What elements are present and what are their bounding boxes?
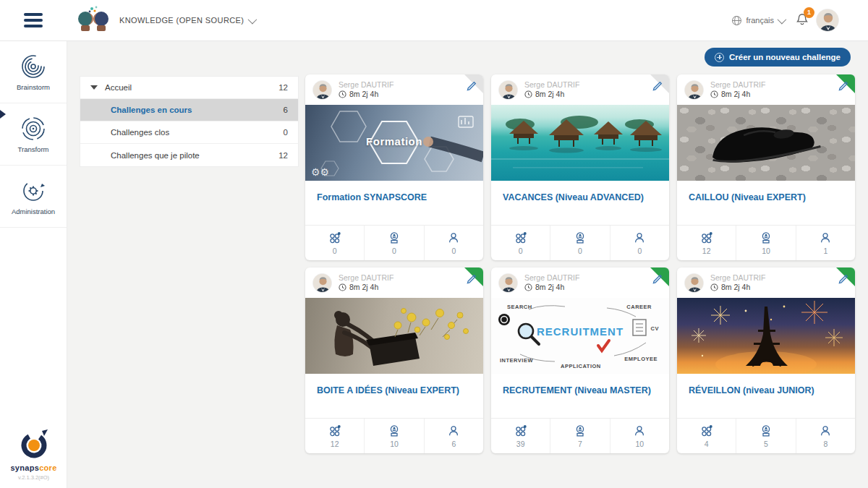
card-title[interactable]: RÉVEILLON (niveau JUNIOR) [677,374,855,419]
challenge-card[interactable]: Serge DAUTRIF 8m 2j 4h [677,267,855,453]
award-icon [759,424,773,438]
card-author: Serge DAUTRIF [710,80,765,90]
create-challenge-button[interactable]: Créer un nouveau challenge [705,48,851,67]
top-header: KNOWLEDGE (OPEN SOURCE) français 1 [0,0,868,41]
filter-count: 6 [284,106,288,114]
card-author: Serge DAUTRIF [524,273,579,283]
knowledge-logo [75,4,112,36]
stat-awards: 10 [365,419,424,453]
sidebar-item-label: Administration [12,207,55,215]
card-title[interactable]: BOITE A IDÉES (Niveau EXPERT) [305,374,483,419]
clock-icon [339,90,346,98]
edit-pencil-icon[interactable] [466,81,477,95]
stat-participants: 10 [610,419,669,453]
card-remaining-time: 8m 2j 4h [339,90,393,99]
sidebar-item-administration[interactable]: Administration [0,166,67,228]
stat-participants: 0 [425,226,483,260]
card-remaining-time: 8m 2j 4h [524,283,579,292]
edit-pencil-icon[interactable] [652,81,663,95]
gear-sync-icon [20,178,46,204]
card-image-recrutement: RECRUITMENT SEARCH CAREER CV EMPLOYEE AP… [491,298,669,374]
participants-icon [632,231,647,245]
clock-icon [524,283,532,291]
sidebar-item-brainstorm[interactable]: Brainstorm [0,41,67,103]
author-avatar [498,80,518,100]
logo-text-secondary: core [39,463,56,472]
award-icon [759,231,773,245]
card-title[interactable]: CAILLOU (Niveau EXPERT) [677,181,855,226]
synapscore-mark-icon [17,427,51,461]
stat-awards: 0 [550,226,610,260]
plus-circle-icon [715,53,724,62]
target-icon [20,116,46,142]
participants-icon [818,231,833,245]
image-text: RECRUITMENT [537,325,624,338]
globe-icon [731,15,742,26]
create-challenge-label: Créer un nouveau challenge [729,53,841,61]
hamburger-menu-icon[interactable] [24,13,43,27]
filter-count: 12 [278,151,288,160]
filter-item-challenges-que-je-pilote[interactable]: Challenges que je pilote 12 [80,144,298,166]
filter-label: Challenges clos [111,128,169,137]
user-avatar[interactable] [816,9,839,32]
stat-ideas: 12 [677,226,736,260]
image-word: SEARCH [507,304,532,310]
filter-item-challenges-en-cours[interactable]: Challenges en cours 6 [80,99,298,121]
ideas-icon [699,424,714,438]
ideas-icon [328,231,342,245]
filter-root-accueil[interactable]: Accueil 12 [80,77,298,99]
award-icon [387,231,401,245]
image-word: EMPLOYEE [624,356,658,362]
stat-awards: 0 [365,226,424,260]
card-author: Serge DAUTRIF [339,80,393,90]
image-text: Formation [305,135,483,147]
notifications-button[interactable]: 1 [796,12,809,29]
stat-awards: 7 [550,419,610,453]
ideas-icon [514,424,528,438]
card-title[interactable]: RECRUTEMENT (Niveau MASTER) [491,374,669,419]
stat-awards: 10 [736,226,796,260]
clock-icon [710,283,718,291]
language-selector[interactable]: français [731,15,784,26]
stat-ideas: 0 [305,226,365,260]
stat-ideas: 0 [491,226,550,260]
participants-icon [446,231,461,245]
challenge-card[interactable]: Serge DAUTRIF 8m 2j 4h [677,74,855,260]
challenge-card[interactable]: Serge DAUTRIF 8m 2j 4h [305,267,483,453]
module-sidebar: Brainstorm Transform Administration [0,41,67,488]
gears-icon: ⚙⚙ [311,166,329,178]
card-image-vacances [491,105,669,181]
spiral-icon [20,53,46,80]
filter-label: Accueil [105,83,132,92]
card-author: Serge DAUTRIF [524,80,579,90]
edit-pencil-icon[interactable] [652,274,663,288]
sidebar-item-label: Brainstorm [17,83,50,91]
image-word: INTERVIEW [500,357,533,364]
challenge-card-grid: Serge DAUTRIF 8m 2j 4h [305,74,855,453]
ideas-icon [514,231,528,245]
card-title[interactable]: Formation SYNAPSCORE [305,181,483,226]
context-selector[interactable]: KNOWLEDGE (OPEN SOURCE) [119,16,255,25]
ideas-icon [699,231,714,245]
participants-icon [446,424,461,438]
image-word: APPLICATION [561,363,601,369]
edit-pencil-icon[interactable] [466,274,477,288]
edit-pencil-icon[interactable] [838,81,848,95]
challenge-card[interactable]: Serge DAUTRIF 8m 2j 4h [491,267,669,453]
sidebar-item-transform[interactable]: Transform [0,103,67,166]
clock-icon [339,283,346,291]
edit-pencil-icon[interactable] [838,274,848,288]
participants-icon [632,424,647,438]
filter-item-challenges-clos[interactable]: Challenges clos 0 [80,121,298,144]
card-image-boite-a-idees [305,298,483,374]
card-title[interactable]: VACANCES (Niveau ADVANCED) [491,181,669,226]
card-remaining-time: 8m 2j 4h [710,283,765,292]
sidebar-item-label: Transform [18,145,49,153]
card-remaining-time: 8m 2j 4h [339,283,393,292]
context-title: KNOWLEDGE (OPEN SOURCE) [119,16,244,25]
challenge-card[interactable]: Serge DAUTRIF 8m 2j 4h [305,74,483,260]
stat-awards: 5 [736,419,796,453]
card-author: Serge DAUTRIF [339,273,393,283]
challenge-card[interactable]: Serge DAUTRIF 8m 2j 4h [491,74,669,260]
clock-icon [524,90,532,98]
